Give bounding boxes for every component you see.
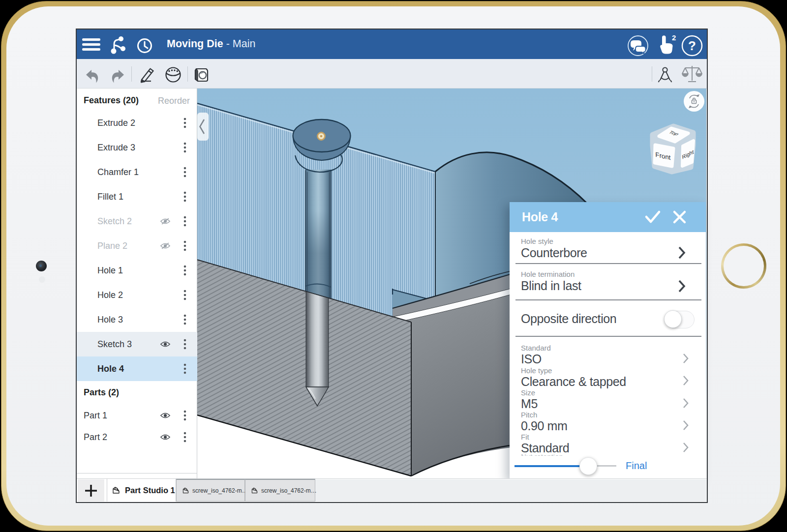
- svg-text:2: 2: [672, 33, 676, 42]
- svg-text:?: ?: [688, 38, 696, 53]
